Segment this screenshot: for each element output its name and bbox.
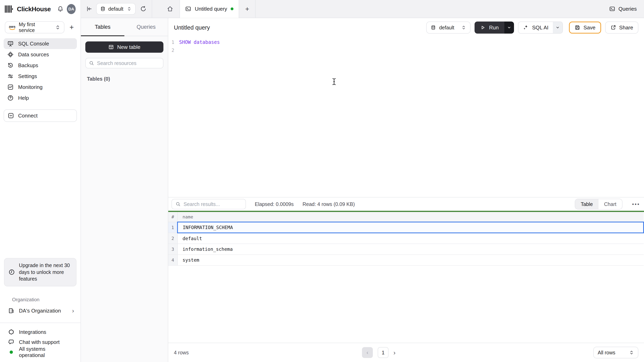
sidebar-item-help[interactable]: Help: [4, 92, 77, 103]
editor-header: Untitled query default: [168, 18, 644, 37]
editor-database-selector[interactable]: default: [426, 21, 470, 33]
previous-page-icon[interactable]: ‹: [362, 347, 373, 358]
terminal-icon: [609, 6, 615, 12]
connect-button[interactable]: Connect: [4, 109, 77, 122]
table-row: 3 information_schema: [168, 244, 644, 255]
view-toggle: Table Chart: [575, 199, 622, 210]
save-label: Save: [584, 24, 595, 31]
toggle-table[interactable]: Table: [575, 199, 598, 209]
system-status-row[interactable]: All systems operational: [0, 347, 80, 357]
table-cell[interactable]: system: [178, 255, 644, 266]
new-table-label: New table: [117, 44, 140, 50]
code-line: 2: [168, 46, 644, 54]
sql-ai-button[interactable]: SQL AI: [518, 21, 563, 33]
results-header-row: # name: [168, 212, 644, 222]
settings-sliders-icon: [7, 73, 14, 79]
sql-editor[interactable]: 1 SHOW databases 2: [168, 37, 644, 197]
sql-ai-caret[interactable]: [553, 22, 562, 33]
results-search-input[interactable]: [184, 201, 242, 207]
sidebar-item-data-sources[interactable]: Data sources: [4, 49, 77, 60]
backups-icon: [7, 62, 14, 69]
sidebar-item-sql-console[interactable]: SQL Console: [4, 38, 77, 49]
line-number: 1: [168, 40, 179, 45]
table-cell[interactable]: default: [178, 233, 644, 244]
workspace: Untitled query default: [168, 18, 644, 362]
table-cell[interactable]: INFORMATION_SCHEMA: [178, 222, 644, 233]
connect-icon: [8, 112, 14, 119]
add-service-button[interactable]: +: [66, 23, 77, 31]
collapse-sidebar-icon[interactable]: [86, 5, 92, 12]
sql-ai-label: SQL AI: [532, 24, 548, 31]
unsaved-green-dot-icon: [231, 7, 234, 10]
sidebar-item-label: Help: [18, 95, 29, 101]
clickhouse-logo-icon: [5, 5, 13, 13]
new-tab-button[interactable]: +: [239, 5, 255, 13]
organization-building-icon: [8, 308, 14, 314]
toggle-chart[interactable]: Chart: [598, 199, 622, 209]
queries-link[interactable]: Queries: [609, 6, 637, 12]
row-number: 1: [168, 222, 178, 233]
results-search[interactable]: [172, 199, 246, 209]
pagination: ‹ 1 ›: [362, 347, 396, 358]
save-button[interactable]: Save: [569, 21, 601, 33]
upgrade-text: Upgrade in the next 30 days to unlock mo…: [19, 262, 72, 282]
run-label: Run: [489, 24, 499, 31]
notifications-bell-icon[interactable]: [57, 6, 64, 12]
name-column-header[interactable]: name: [178, 212, 644, 222]
user-avatar[interactable]: DA: [67, 4, 76, 14]
resource-search-input[interactable]: [97, 60, 160, 66]
tab-untitled-query[interactable]: Untitled query: [180, 0, 239, 18]
run-button[interactable]: Run: [474, 21, 514, 33]
sidebar-nav: SQL Console Data sources: [0, 34, 80, 103]
organization-heading: Organization: [12, 297, 80, 303]
row-number: 3: [168, 244, 178, 255]
results-more-icon[interactable]: •••: [632, 201, 640, 207]
tab-tables[interactable]: Tables: [81, 18, 124, 36]
home-icon[interactable]: [167, 5, 174, 12]
chat-support-label: Chat with support: [19, 339, 60, 345]
chevron-updown-icon: [461, 25, 466, 30]
sidebar-item-backups[interactable]: Backups: [4, 60, 77, 71]
tab-queries[interactable]: Queries: [124, 18, 168, 36]
sidebar-item-chat-support[interactable]: Chat with support: [0, 337, 80, 347]
sql-code: SHOW databases: [179, 39, 220, 45]
page-size-selector[interactable]: All rows: [593, 347, 638, 359]
sql-console-icon: [7, 40, 14, 47]
query-title: Untitled query: [174, 24, 210, 31]
sidebar-item-settings[interactable]: Settings: [4, 71, 77, 82]
chevron-updown-icon: [127, 6, 132, 11]
resource-search[interactable]: [85, 58, 164, 68]
new-table-button[interactable]: New table: [85, 41, 164, 53]
database-icon: [100, 6, 106, 11]
page-size-label: All rows: [598, 350, 616, 356]
sidebar-item-monitoring[interactable]: Monitoring: [4, 82, 77, 92]
integrations-puzzle-icon: [8, 329, 14, 335]
strip-database-selector[interactable]: default: [96, 3, 136, 15]
refresh-icon[interactable]: [140, 6, 146, 12]
organization-row[interactable]: DA's Organization ›: [0, 305, 80, 316]
row-count-label: 4 rows: [174, 350, 189, 356]
sidebar-item-integrations[interactable]: Integrations: [0, 327, 80, 337]
table-cell[interactable]: information_schema: [178, 244, 644, 255]
chevron-updown-icon: [629, 350, 634, 355]
tab-label: Untitled query: [195, 6, 227, 12]
row-number: 4: [168, 255, 178, 266]
brand-name: ClickHouse: [17, 5, 51, 13]
results-table: # name 1 INFORMATION_SCHEMA 2 default: [168, 212, 644, 266]
monitoring-icon: [7, 84, 14, 90]
run-options-caret[interactable]: [504, 21, 514, 33]
database-icon: [431, 25, 436, 30]
aws-icon: aws: [9, 25, 16, 30]
next-page-icon[interactable]: ›: [394, 349, 396, 356]
share-button[interactable]: Share: [605, 21, 638, 33]
line-number: 2: [168, 48, 179, 53]
service-selector[interactable]: aws My first service: [5, 21, 64, 33]
page-number-button[interactable]: 1: [378, 347, 388, 358]
chat-bubble-icon: [8, 339, 14, 345]
upgrade-notice[interactable]: Upgrade in the next 30 days to unlock mo…: [4, 258, 76, 286]
code-line: 1 SHOW databases: [168, 38, 644, 46]
search-icon: [89, 60, 94, 66]
results-bottom-bar: 4 rows ‹ 1 › All rows: [168, 343, 644, 362]
tables-count-label: Tables (0): [87, 76, 164, 82]
results-toolbar: Elapsed: 0.0009s Read: 4 rows (0.09 KB) …: [168, 197, 644, 211]
